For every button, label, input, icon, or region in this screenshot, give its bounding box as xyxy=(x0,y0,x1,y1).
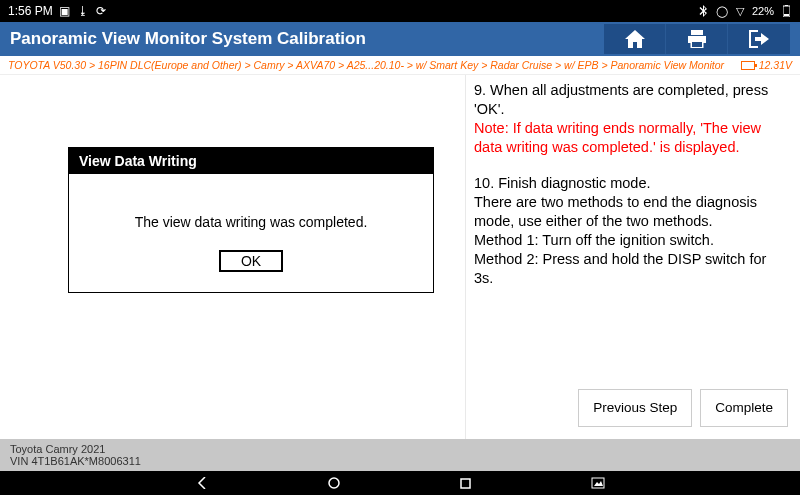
home-icon xyxy=(625,30,645,48)
exit-icon xyxy=(749,30,769,48)
nav-home-button[interactable] xyxy=(328,477,340,489)
download-icon: ⭳ xyxy=(77,5,89,17)
breadcrumb-path: TOYOTA V50.30 > 16PIN DLC(Europe and Oth… xyxy=(8,59,724,71)
circle-icon xyxy=(328,477,340,489)
status-battery-text: 22% xyxy=(752,5,774,17)
complete-button[interactable]: Complete xyxy=(700,389,788,427)
battery-icon xyxy=(780,5,792,17)
home-button[interactable] xyxy=(604,24,666,54)
instruction-step-10a: 10. Finish diagnostic mode. xyxy=(474,174,788,193)
square-icon xyxy=(460,478,471,489)
android-nav-bar xyxy=(0,471,800,495)
previous-step-button[interactable]: Previous Step xyxy=(578,389,692,427)
dialog-ok-button[interactable]: OK xyxy=(219,250,283,272)
exit-button[interactable] xyxy=(728,24,790,54)
status-time: 1:56 PM xyxy=(8,4,53,18)
back-icon xyxy=(196,477,208,489)
nav-recent-button[interactable] xyxy=(460,478,471,489)
left-panel: View Data Writing The view data writing … xyxy=(0,75,466,439)
footer-vehicle: Toyota Camry 2021 xyxy=(10,443,790,455)
dialog-body: The view data writing was completed. OK xyxy=(69,174,433,292)
main-content: View Data Writing The view data writing … xyxy=(0,75,800,439)
footer-vin: VIN 4T1B61AK*M8006311 xyxy=(10,455,790,467)
right-panel: 9. When all adjustments are completed, p… xyxy=(466,75,800,439)
instruction-method-2: Method 2: Press and hold the DISP switch… xyxy=(474,250,788,288)
page-title: Panoramic View Monitor System Calibratio… xyxy=(10,29,604,49)
header-button-group xyxy=(604,24,790,54)
print-icon xyxy=(687,30,707,48)
voltage-indicator: 12.31V xyxy=(741,59,792,71)
instruction-step-9: 9. When all adjustments are completed, p… xyxy=(474,81,788,119)
bluetooth-icon xyxy=(698,5,710,17)
svg-point-7 xyxy=(329,478,339,488)
instruction-note: Note: If data writing ends normally, 'Th… xyxy=(474,119,788,157)
dialog-message: The view data writing was completed. xyxy=(79,214,423,230)
battery-voltage-icon xyxy=(741,61,755,70)
dialog-box: View Data Writing The view data writing … xyxy=(68,147,434,293)
breadcrumb: TOYOTA V50.30 > 16PIN DLC(Europe and Oth… xyxy=(0,56,800,75)
voltage-value: 12.31V xyxy=(759,59,792,71)
wifi-icon: ◯ xyxy=(716,5,728,17)
svg-rect-6 xyxy=(692,42,702,47)
instruction-method-1: Method 1: Turn off the ignition switch. xyxy=(474,231,788,250)
image-icon: ▣ xyxy=(59,5,71,17)
instruction-step-10b: There are two methods to end the diagnos… xyxy=(474,193,788,231)
nav-back-button[interactable] xyxy=(196,477,208,489)
svg-rect-2 xyxy=(784,14,789,16)
screenshot-icon xyxy=(591,477,605,489)
nav-screenshot-button[interactable] xyxy=(591,477,605,489)
app-header: Panoramic View Monitor System Calibratio… xyxy=(0,22,800,56)
footer: Toyota Camry 2021 VIN 4T1B61AK*M8006311 xyxy=(0,439,800,471)
signal-icon: ▽ xyxy=(734,5,746,17)
svg-rect-1 xyxy=(785,5,788,6)
dialog-title: View Data Writing xyxy=(69,148,433,174)
action-button-row: Previous Step Complete xyxy=(578,389,788,427)
android-status-bar: 1:56 PM ▣ ⭳ ⟳ ◯ ▽ 22% xyxy=(0,0,800,22)
print-button[interactable] xyxy=(666,24,728,54)
svg-rect-8 xyxy=(461,479,470,488)
sync-icon: ⟳ xyxy=(95,5,107,17)
svg-rect-3 xyxy=(691,30,703,35)
